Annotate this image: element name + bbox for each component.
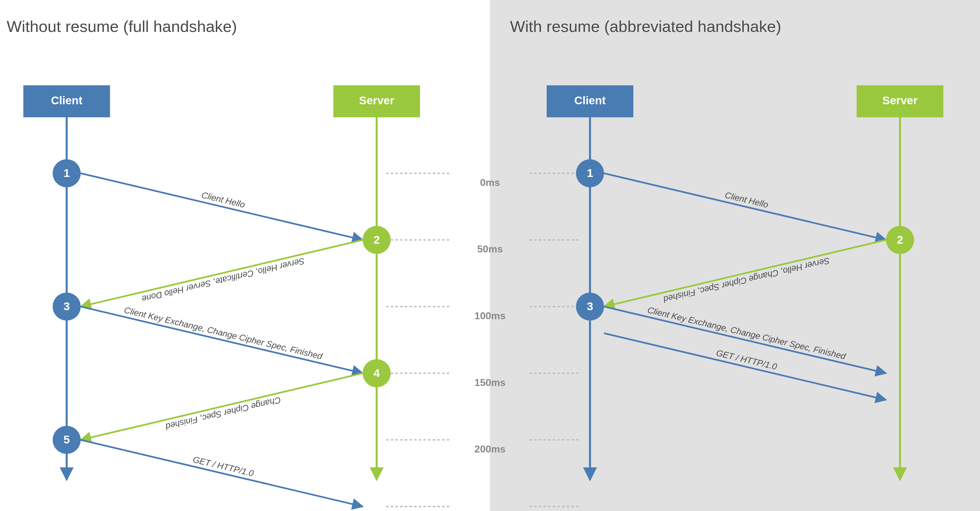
message-arrow xyxy=(81,240,363,307)
message-label: Client Key Exchange, Change Cipher Spec,… xyxy=(123,305,324,361)
client-label: Client xyxy=(574,94,606,107)
time-label: 250ms xyxy=(474,510,506,511)
time-label: 0ms xyxy=(480,177,500,188)
step-number: 1 xyxy=(64,167,70,179)
client-label: Client xyxy=(51,94,82,107)
message-arrow xyxy=(81,306,363,373)
step-number: 3 xyxy=(64,300,70,313)
step-number: 5 xyxy=(64,433,70,446)
message-label: Change Cipher Spec, Finished xyxy=(164,395,282,432)
message-arrow xyxy=(81,440,363,507)
message-label: Server Hello, Certificate, Server Hello … xyxy=(141,256,305,304)
time-label: 150ms xyxy=(474,377,506,388)
step-number: 2 xyxy=(897,233,903,246)
right-panel-bg xyxy=(490,0,980,511)
title-left: Without resume (full handshake) xyxy=(6,17,237,35)
step-number: 2 xyxy=(374,233,380,246)
message-arrow xyxy=(81,373,363,440)
step-number: 3 xyxy=(587,300,593,313)
server-label: Server xyxy=(882,94,918,107)
time-label: 100ms xyxy=(474,310,506,321)
message-arrow xyxy=(81,173,363,240)
message-label: GET / HTTP/1.0 xyxy=(192,455,255,478)
title-right: With resume (abbreviated handshake) xyxy=(510,17,781,35)
time-label: 50ms xyxy=(477,243,503,255)
handshake-diagram: Without resume (full handshake)With resu… xyxy=(0,0,980,511)
step-number: 1 xyxy=(587,167,593,179)
time-label: 200ms xyxy=(474,443,506,455)
step-number: 4 xyxy=(374,367,380,379)
server-label: Server xyxy=(359,94,395,107)
